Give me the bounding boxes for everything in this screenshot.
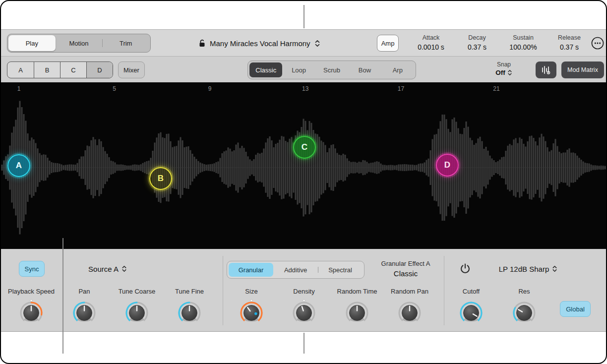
snap-control[interactable]: Snap Off bbox=[486, 61, 521, 76]
waveform-display[interactable]: 159131721 ABCD bbox=[1, 82, 607, 249]
release-field[interactable]: Release 0.37 s bbox=[544, 34, 595, 51]
more-menu-button[interactable] bbox=[591, 36, 605, 50]
knob-tune-fine-control[interactable] bbox=[176, 299, 203, 327]
waveform-svg bbox=[1, 82, 607, 249]
callout-line-top bbox=[304, 5, 304, 28]
sustain-value[interactable]: 100.00% bbox=[497, 43, 549, 51]
knob-playback-speed-control[interactable] bbox=[17, 299, 45, 327]
tab-loop[interactable]: Loop bbox=[282, 62, 315, 77]
motion-mode-tabs: Classic Loop Scrub Bow Arp bbox=[247, 61, 416, 79]
chevron-updown-icon bbox=[507, 69, 512, 76]
callout-line-bottom-left bbox=[62, 238, 63, 354]
knob-density-control[interactable] bbox=[290, 299, 318, 327]
chevron-updown-icon bbox=[314, 40, 320, 47]
mixer-button[interactable]: Mixer bbox=[118, 61, 145, 78]
decay-field[interactable]: Decay 0.37 s bbox=[451, 34, 503, 51]
granular-effect-control[interactable]: Granular Effect A Classic bbox=[366, 260, 445, 278]
engine-spectral-button[interactable]: Spectral bbox=[318, 263, 363, 277]
mode-play-button[interactable]: Play bbox=[8, 35, 56, 51]
knob-cutoff-control[interactable] bbox=[457, 299, 485, 327]
beat-label: 9 bbox=[208, 85, 212, 92]
amp-button[interactable]: Amp bbox=[377, 35, 399, 52]
source-a-button[interactable]: A bbox=[7, 62, 34, 78]
sync-button[interactable]: Sync bbox=[19, 261, 45, 277]
play-motion-trim-segmented: Play Motion Trim bbox=[7, 34, 151, 53]
beat-label: 5 bbox=[113, 85, 116, 92]
source-select-value[interactable]: Source A bbox=[88, 265, 119, 273]
snap-label: Snap bbox=[486, 61, 521, 68]
snap-value[interactable]: Off bbox=[495, 69, 505, 76]
source-select[interactable]: Source A bbox=[70, 263, 145, 274]
mode-motion-button[interactable]: Motion bbox=[56, 35, 103, 51]
controls-panel: Sync Source A Granular Additive Spectral… bbox=[1, 249, 606, 332]
attack-label: Attack bbox=[405, 34, 457, 41]
tab-classic[interactable]: Classic bbox=[249, 62, 282, 77]
beat-label: 21 bbox=[493, 85, 499, 92]
knob-random-time-control[interactable] bbox=[343, 299, 371, 327]
source-abcd-segmented: A B C D bbox=[7, 61, 113, 78]
attack-field[interactable]: Attack 0.0010 s bbox=[405, 34, 457, 51]
callout-line-bottom-center bbox=[304, 333, 304, 354]
marker-d[interactable]: D bbox=[436, 154, 459, 177]
attack-value[interactable]: 0.0010 s bbox=[405, 43, 457, 51]
granular-effect-label: Granular Effect A bbox=[366, 260, 445, 267]
filter-type-value[interactable]: LP 12dB Sharp bbox=[499, 265, 549, 273]
engine-granular-button[interactable]: Granular bbox=[229, 263, 273, 277]
decay-label: Decay bbox=[451, 34, 503, 41]
release-label: Release bbox=[544, 34, 595, 41]
knob-tune-fine: Tune Fine bbox=[157, 288, 222, 329]
preset-name: Many Miracles Vocal Harmony bbox=[210, 39, 310, 48]
knob-label-random-pan: Random Pan bbox=[377, 288, 442, 295]
sustain-label: Sustain bbox=[497, 34, 549, 41]
filter-power-button[interactable] bbox=[460, 263, 471, 274]
preset-selector[interactable]: Many Miracles Vocal Harmony bbox=[198, 30, 320, 57]
lock-open-icon[interactable] bbox=[198, 39, 206, 48]
release-value[interactable]: 0.37 s bbox=[544, 43, 595, 51]
knob-size-control[interactable] bbox=[238, 299, 265, 327]
knob-random-pan: Random Pan bbox=[377, 288, 442, 329]
beat-label: 17 bbox=[398, 85, 404, 92]
filter-type-select[interactable]: LP 12dB Sharp bbox=[488, 263, 568, 274]
granular-effect-value[interactable]: Classic bbox=[366, 269, 445, 278]
beat-label: 1 bbox=[17, 85, 21, 92]
knob-res: Res bbox=[492, 288, 556, 329]
engine-additive-button[interactable]: Additive bbox=[273, 263, 318, 277]
analyzer-button[interactable] bbox=[536, 61, 556, 78]
knob-label-res: Res bbox=[492, 288, 556, 295]
mod-matrix-button[interactable]: Mod Matrix bbox=[561, 61, 604, 78]
chevron-updown-icon bbox=[121, 265, 127, 272]
marker-c[interactable]: C bbox=[293, 136, 316, 159]
sample-alchemy-window: Play Motion Trim Many Miracles Vocal Har… bbox=[0, 0, 607, 364]
sustain-field[interactable]: Sustain 100.00% bbox=[497, 34, 549, 51]
marker-b[interactable]: B bbox=[149, 167, 172, 190]
knob-pan-control[interactable] bbox=[70, 299, 98, 327]
chevron-updown-icon bbox=[552, 265, 557, 272]
source-c-button[interactable]: C bbox=[60, 62, 86, 78]
marker-a[interactable]: A bbox=[7, 154, 30, 177]
power-icon bbox=[460, 263, 471, 274]
global-button[interactable]: Global bbox=[560, 301, 591, 317]
knob-tune-coarse-control[interactable] bbox=[123, 299, 151, 327]
source-d-button[interactable]: D bbox=[86, 62, 113, 78]
mode-trim-button[interactable]: Trim bbox=[102, 35, 149, 51]
tab-bow[interactable]: Bow bbox=[348, 62, 381, 77]
knob-label-tune-fine: Tune Fine bbox=[157, 288, 222, 295]
knob-random-pan-control[interactable] bbox=[396, 299, 424, 327]
engine-segmented: Granular Additive Spectral bbox=[227, 261, 364, 279]
tab-scrub[interactable]: Scrub bbox=[315, 62, 348, 77]
analyzer-icon bbox=[541, 65, 551, 75]
beat-label: 13 bbox=[302, 85, 308, 92]
knob-res-control[interactable] bbox=[510, 299, 538, 327]
sub-toolbar: A B C D Mixer Classic Loop Scrub Bow Arp… bbox=[1, 56, 606, 82]
decay-value[interactable]: 0.37 s bbox=[451, 43, 503, 51]
top-toolbar: Play Motion Trim Many Miracles Vocal Har… bbox=[1, 29, 606, 56]
tab-arp[interactable]: Arp bbox=[381, 62, 414, 77]
more-icon bbox=[591, 36, 605, 50]
source-b-button[interactable]: B bbox=[34, 62, 60, 78]
